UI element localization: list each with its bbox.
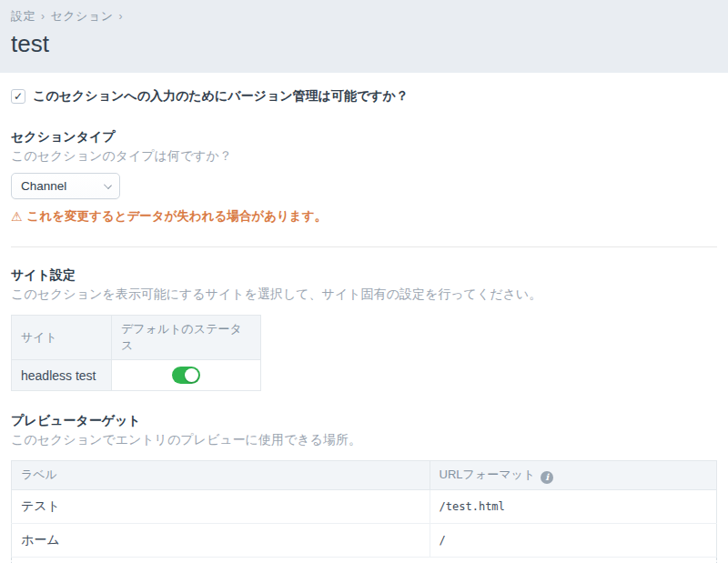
warning-text: これを変更するとデータが失われる場合があります。 xyxy=(27,208,327,225)
table-row: ホーム / xyxy=(12,523,717,557)
warning-icon: ⚠ xyxy=(11,209,23,224)
add-row-button[interactable]: +行を追加 xyxy=(11,558,717,563)
url-format-header-text: URLフォーマット xyxy=(440,467,536,481)
section-type-field: セクションタイプ このセクションのタイプは何ですか？ Channel ⚠ これを… xyxy=(11,129,717,225)
preview-label-cell[interactable]: ホーム xyxy=(12,523,430,557)
preview-targets-heading: プレビューターゲット xyxy=(11,413,717,429)
versioning-field: ✓ このセクションへの入力のためにバージョン管理は可能ですか？ xyxy=(11,88,717,105)
breadcrumb-separator: › xyxy=(119,10,124,23)
site-name-cell: headless test xyxy=(12,360,112,391)
toggle-knob xyxy=(185,368,198,382)
table-row: headless test xyxy=(12,360,261,391)
default-status-toggle[interactable] xyxy=(172,367,200,384)
breadcrumb-settings[interactable]: 設定 xyxy=(11,9,35,23)
site-settings-instructions: このセクションを表示可能にするサイトを選択して、サイト固有の設定を行ってください… xyxy=(11,287,717,303)
default-status-cell xyxy=(112,360,261,391)
breadcrumb-sections[interactable]: セクション xyxy=(51,9,114,23)
site-settings-heading: サイト設定 xyxy=(11,267,717,284)
section-settings-form: ✓ このセクションへの入力のためにバージョン管理は可能ですか？ セクションタイプ… xyxy=(0,73,728,563)
url-format-column-header: URLフォーマットi xyxy=(430,461,716,490)
site-column-header: サイト xyxy=(12,316,112,360)
breadcrumb: 設定›セクション› xyxy=(11,8,715,25)
url-format-cell[interactable]: /test.html xyxy=(430,489,716,523)
page-header: 設定›セクション› test xyxy=(0,0,728,73)
label-column-header: ラベル xyxy=(12,461,430,490)
preview-targets-field: プレビューターゲット このセクションでエントリのプレビューに使用できる場所。 ラ… xyxy=(11,413,717,563)
url-format-cell[interactable]: / xyxy=(430,523,716,557)
section-type-instructions: このセクションのタイプは何ですか？ xyxy=(11,148,717,165)
page-title: test xyxy=(11,31,715,58)
preview-targets-instructions: このセクションでエントリのプレビューに使用できる場所。 xyxy=(11,432,717,448)
info-icon[interactable]: i xyxy=(541,471,553,484)
table-row: テスト /test.html xyxy=(12,489,717,523)
site-settings-table: サイト デフォルトのステータス headless test xyxy=(11,315,261,391)
site-settings-field: サイト設定 このセクションを表示可能にするサイトを選択して、サイト固有の設定を行… xyxy=(11,267,717,391)
section-type-heading: セクションタイプ xyxy=(11,129,717,146)
preview-targets-table: ラベル URLフォーマットi テスト /test.html ホーム / xyxy=(11,460,717,558)
versioning-checkbox-label[interactable]: このセクションへの入力のためにバージョン管理は可能ですか？ xyxy=(33,88,409,105)
section-type-select[interactable]: Channel xyxy=(11,173,120,199)
preview-label-cell[interactable]: テスト xyxy=(12,489,430,523)
breadcrumb-separator: › xyxy=(41,10,46,23)
section-divider xyxy=(11,246,717,247)
versioning-checkbox[interactable]: ✓ xyxy=(11,89,25,104)
section-type-warning: ⚠ これを変更するとデータが失われる場合があります。 xyxy=(11,208,717,225)
default-status-column-header: デフォルトのステータス xyxy=(112,316,261,360)
